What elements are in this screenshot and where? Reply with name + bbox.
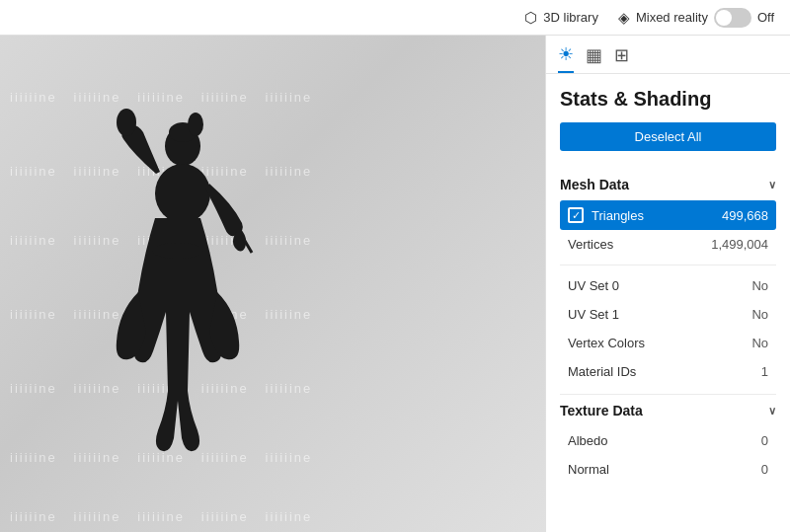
svg-point-5 <box>117 109 136 136</box>
panel-tabs: ☀ ▦ ⊞ <box>546 36 790 74</box>
library-label: 3D library <box>543 10 598 25</box>
vertices-row-left: Vertices <box>568 237 613 252</box>
topbar: ⬡ 3D library ◈ Mixed reality Off <box>0 0 790 36</box>
mixed-reality-label: Mixed reality <box>636 10 708 25</box>
3d-library-button[interactable]: ⬡ 3D library <box>524 9 598 27</box>
uvset1-value: No <box>751 307 768 322</box>
vertex-colors-row-left: Vertex Colors <box>568 336 645 350</box>
texture-chevron-icon[interactable]: ∨ <box>768 405 776 418</box>
deselect-all-button[interactable]: Deselect All <box>560 122 776 151</box>
albedo-label: Albedo <box>568 433 607 448</box>
vertices-label: Vertices <box>568 237 613 252</box>
normal-row[interactable]: Normal 0 <box>560 455 776 484</box>
material-ids-row-left: Material IDs <box>568 364 636 379</box>
uvset0-label: UV Set 0 <box>568 278 619 293</box>
normal-label: Normal <box>568 462 609 477</box>
texture-data-section: Texture Data ∨ Albedo 0 Normal 0 <box>560 394 776 484</box>
albedo-value: 0 <box>761 433 768 448</box>
texture-data-label: Texture Data <box>560 403 643 418</box>
mesh-data-section: Mesh Data ∨ ✓ Triangles 499,668 Vertices <box>560 175 776 386</box>
material-ids-label: Material IDs <box>568 364 636 379</box>
vertex-colors-value: No <box>751 336 768 350</box>
svg-point-4 <box>155 164 210 223</box>
mixed-reality-toggle[interactable]: ◈ Mixed reality Off <box>618 8 774 28</box>
uvset0-row[interactable]: UV Set 0 No <box>560 271 776 300</box>
panel-content: Stats & Shading Deselect All Mesh Data ∨… <box>546 74 790 494</box>
albedo-row-left: Albedo <box>568 433 607 448</box>
triangles-row-left: ✓ Triangles <box>568 207 644 223</box>
mesh-data-header: Mesh Data ∨ <box>560 175 776 194</box>
mesh-chevron-icon[interactable]: ∨ <box>768 179 776 191</box>
mesh-data-label: Mesh Data <box>560 177 629 192</box>
svg-point-2 <box>188 113 203 136</box>
uvset1-label: UV Set 1 <box>568 307 619 322</box>
3d-viewport[interactable]: iiiiiine iiiiiine iiiiiine iiiiiine iiii… <box>0 36 545 532</box>
vertices-row[interactable]: Vertices 1,499,004 <box>560 230 776 259</box>
triangles-row[interactable]: ✓ Triangles 499,668 <box>560 200 776 230</box>
texture-divider <box>560 394 776 395</box>
triangles-label: Triangles <box>592 208 644 223</box>
toggle-switch[interactable] <box>714 8 751 28</box>
uvset1-row[interactable]: UV Set 1 No <box>560 300 776 329</box>
uvset0-row-left: UV Set 0 <box>568 278 619 293</box>
texture-data-header: Texture Data ∨ <box>560 401 776 420</box>
uvset1-row-left: UV Set 1 <box>568 307 619 322</box>
tab-grid[interactable]: ⊞ <box>614 44 629 72</box>
main-content: iiiiiine iiiiiine iiiiiine iiiiiine iiii… <box>0 36 790 532</box>
material-ids-value: 1 <box>761 364 768 379</box>
3d-model <box>79 95 276 470</box>
uvset0-value: No <box>751 278 768 293</box>
albedo-row[interactable]: Albedo 0 <box>560 426 776 455</box>
svg-point-7 <box>152 243 203 259</box>
triangles-value: 499,668 <box>722 208 768 223</box>
vertex-colors-row[interactable]: Vertex Colors No <box>560 329 776 357</box>
triangles-checkbox[interactable]: ✓ <box>568 207 584 223</box>
right-panel: ☀ ▦ ⊞ Stats & Shading Deselect All Mesh … <box>545 36 790 532</box>
library-icon: ⬡ <box>524 9 537 27</box>
vertex-colors-label: Vertex Colors <box>568 336 645 350</box>
normal-row-left: Normal <box>568 462 609 477</box>
tab-stats[interactable]: ▦ <box>586 44 602 72</box>
watermark: iiiiiine iiiiiine iiiiiine iiiiiine iiii… <box>10 509 312 524</box>
tab-shading[interactable]: ☀ <box>558 43 574 73</box>
toggle-off-label: Off <box>757 10 774 25</box>
divider <box>560 265 776 266</box>
mixed-reality-icon: ◈ <box>618 9 630 27</box>
panel-title: Stats & Shading <box>560 88 776 111</box>
vertices-value: 1,499,004 <box>711 237 768 252</box>
material-ids-row[interactable]: Material IDs 1 <box>560 357 776 386</box>
normal-value: 0 <box>761 462 768 477</box>
